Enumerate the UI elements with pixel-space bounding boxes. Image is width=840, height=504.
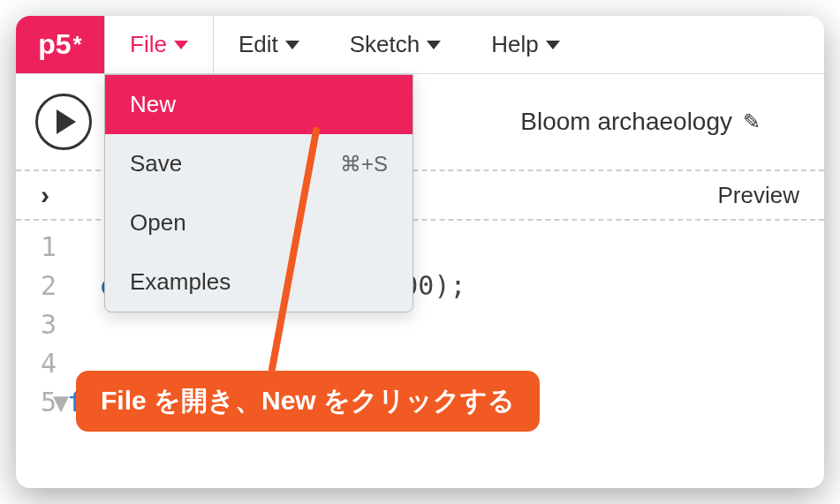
line-number: 1 (16, 228, 57, 267)
caret-down-icon (427, 41, 441, 49)
dropdown-label: Save (130, 150, 182, 177)
line-number: 3 (16, 305, 57, 344)
dropdown-label: New (130, 91, 176, 118)
menu-file[interactable]: File (104, 16, 214, 73)
line-number: 2 (16, 267, 57, 305)
menu-help-label: Help (491, 31, 538, 58)
menu-sketch-label: Sketch (350, 31, 420, 58)
dropdown-item-examples[interactable]: Examples (105, 252, 412, 312)
dropdown-item-open[interactable]: Open (105, 193, 412, 252)
line-number-row: 5▼ (16, 383, 57, 422)
dropdown-item-save[interactable]: Save ⌘+S (105, 134, 412, 193)
preview-label: Preview (718, 182, 799, 209)
annotation-text: File を開き、New をクリックする (101, 386, 515, 415)
line-number: 4 (16, 344, 57, 383)
play-button[interactable] (35, 94, 92, 150)
file-dropdown: New Save ⌘+S Open Examples (104, 74, 413, 312)
caret-down-icon (174, 41, 188, 49)
sketch-name[interactable]: Bloom archaeology ✎ (520, 108, 761, 136)
caret-down-icon (546, 41, 560, 49)
caret-down-icon (285, 41, 299, 49)
dropdown-item-new[interactable]: New (105, 75, 412, 134)
dropdown-label: Open (130, 209, 186, 237)
fold-icon[interactable]: ▼ (53, 383, 69, 422)
menu-edit-label: Edit (238, 31, 278, 58)
menubar: p5* File Edit Sketch Help (16, 16, 824, 74)
dropdown-label: Examples (130, 268, 231, 296)
logo-star: * (73, 31, 82, 58)
menu-help[interactable]: Help (466, 16, 585, 73)
p5-logo: p5* (16, 16, 104, 73)
chevron-right-icon[interactable]: › (41, 180, 49, 210)
play-icon (57, 109, 76, 134)
menu-sketch[interactable]: Sketch (325, 16, 467, 73)
menu-file-label: File (130, 31, 167, 58)
menu-edit[interactable]: Edit (214, 16, 325, 73)
logo-text: p5 (38, 28, 71, 61)
gutter: 1 2 3 4 5▼ (16, 228, 67, 422)
annotation-callout: File を開き、New をクリックする (76, 371, 540, 432)
sketch-name-text: Bloom archaeology (520, 108, 732, 136)
shortcut-text: ⌘+S (340, 152, 388, 177)
editor-window: p5* File Edit Sketch Help Bloom archaeol… (16, 16, 824, 488)
pencil-icon[interactable]: ✎ (743, 109, 761, 134)
